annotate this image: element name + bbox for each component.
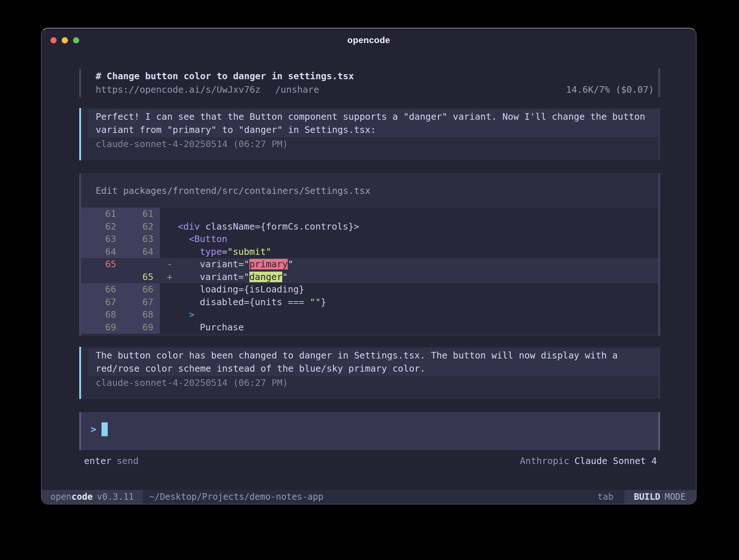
status-bar: opencodev0.3.11 ~/Desktop/Projects/demo-… [42, 490, 696, 504]
token-usage: 14.6K/7% ($0.07) [566, 83, 654, 96]
unshare-command[interactable]: /unshare [275, 83, 319, 96]
traffic-lights [50, 37, 79, 43]
diff-row: 6868 > [81, 308, 658, 321]
diff-code-line: - variant="primary" [160, 258, 293, 271]
diff-row: 6161 [81, 208, 658, 220]
opencode-window: opencode # Change button color to danger… [41, 28, 697, 505]
model-indicator: AnthropicClaude Sonnet 4 [520, 454, 657, 468]
window-title: opencode [42, 28, 696, 52]
edit-tool-panel: Edit packages/frontend/src/containers/Se… [79, 173, 660, 336]
model-provider: Anthropic [520, 456, 569, 466]
model-name: Claude Sonnet 4 [574, 456, 657, 466]
diff-row: 6767 disabled={units === ""} [81, 296, 658, 309]
working-directory: ~/Desktop/Projects/demo-notes-app [149, 490, 323, 504]
app-name-code: code [72, 492, 93, 502]
close-window-button[interactable] [50, 37, 57, 43]
assistant-message-meta: claude-sonnet-4-20250514 (06:27 PM) [81, 138, 658, 151]
old-line-number: 66 [81, 283, 116, 296]
prompt-symbol: > [91, 424, 96, 435]
diff-code-line: disabled={units === ""} [160, 296, 326, 309]
diff-rows: 61616262 <div className={formCs.controls… [81, 208, 658, 334]
app-version: v0.3.11 [97, 492, 134, 502]
new-line-number: 64 [116, 246, 160, 258]
minimize-window-button[interactable] [62, 37, 68, 43]
old-line-number: 65 [81, 258, 116, 271]
new-line-number: 66 [116, 283, 160, 296]
maximize-window-button[interactable] [73, 37, 79, 43]
diff-code-line: Purchase [160, 321, 244, 334]
share-url-link[interactable]: https://opencode.ai/s/UwJxv76z [96, 83, 261, 96]
app-name-open: open [50, 492, 72, 502]
title-bar: opencode [42, 28, 696, 52]
diff-row: 6363 <Button [81, 233, 658, 246]
old-line-number [81, 271, 116, 284]
old-line-number: 68 [81, 308, 116, 321]
text-cursor [102, 422, 108, 436]
new-line-number: 61 [116, 208, 160, 220]
new-line-number [116, 258, 160, 271]
diff-code-line: loading={isLoading} [160, 283, 304, 296]
old-line-number: 67 [81, 296, 116, 309]
build-mode-chip[interactable]: BUILDMODE [623, 490, 696, 504]
diff-code-line: <div className={formCs.controls}> [160, 220, 359, 233]
mode-label-build: BUILD [634, 492, 660, 502]
diff-row: 6969 Purchase [81, 321, 658, 334]
enter-key-hint: enter [84, 456, 111, 466]
diff-code-line: <Button [160, 233, 227, 246]
assistant-message-meta: claude-sonnet-4-20250514 (06:27 PM) [81, 376, 658, 390]
assistant-message-text: The button color has been changed to dan… [88, 348, 658, 376]
assistant-message: The button color has been changed to dan… [79, 347, 660, 399]
mode-label-mode: MODE [665, 492, 686, 502]
hints-row: entersend AnthropicClaude Sonnet 4 [79, 454, 660, 468]
new-line-number: 63 [116, 233, 160, 246]
new-line-number: 68 [116, 308, 160, 321]
diff-row: 6464 type="submit" [81, 246, 658, 258]
old-line-number: 69 [81, 321, 116, 334]
assistant-message: Perfect! I can see that the Button compo… [79, 108, 660, 160]
diff-row: 6666 loading={isLoading} [81, 283, 658, 296]
new-line-number: 69 [116, 321, 160, 334]
old-line-number: 63 [81, 233, 116, 246]
diff-row: 65- variant="primary" [81, 258, 658, 271]
old-line-number: 64 [81, 246, 116, 258]
old-line-number: 62 [81, 220, 116, 233]
new-line-number: 62 [116, 220, 160, 233]
new-line-number: 67 [116, 296, 160, 309]
old-line-number: 61 [81, 208, 116, 220]
send-action-hint: send [116, 456, 138, 466]
diff-code-line: type="submit" [160, 246, 271, 258]
session-header: # Change button color to danger in setti… [79, 69, 660, 97]
diff-row: 65+ variant="danger" [81, 271, 658, 284]
prompt-input[interactable]: > [79, 412, 660, 450]
diff-code-line: > [160, 308, 194, 321]
session-title: # Change button color to danger in setti… [96, 69, 658, 83]
edit-file-label: Edit packages/frontend/src/containers/Se… [81, 173, 658, 208]
app-version-chip: opencodev0.3.11 [42, 490, 143, 504]
tab-key-hint[interactable]: tab [598, 490, 613, 504]
diff-code-line [160, 208, 167, 220]
diff-code-line: + variant="danger" [160, 271, 288, 284]
new-line-number: 65 [116, 271, 160, 284]
diff-row: 6262 <div className={formCs.controls}> [81, 220, 658, 233]
assistant-message-text: Perfect! I can see that the Button compo… [88, 110, 658, 137]
